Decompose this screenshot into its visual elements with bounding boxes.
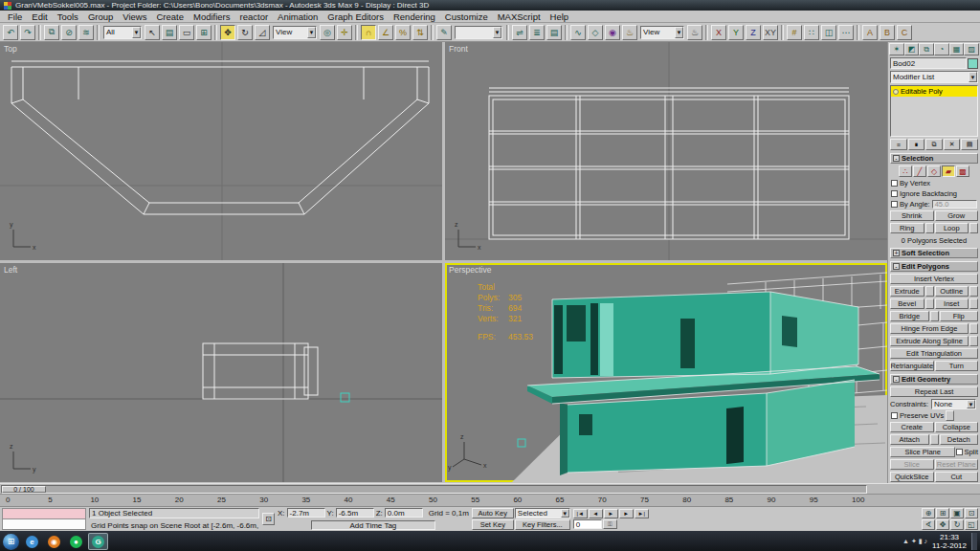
menu-item-tools[interactable]: Tools xyxy=(53,11,83,22)
add-time-tag-button[interactable]: Add Time Tag xyxy=(311,520,435,530)
restrict-to-plane-icon[interactable]: XY xyxy=(763,25,778,40)
array-tool-icon[interactable]: ∷ xyxy=(804,25,819,40)
constraints-dropdown[interactable]: None▼ xyxy=(931,399,976,409)
render-preset-b-icon[interactable]: B xyxy=(880,25,895,40)
menu-item-views[interactable]: Views xyxy=(118,11,151,22)
viewport-top-label[interactable]: Top xyxy=(4,44,17,54)
show-end-result-button[interactable]: ∎ xyxy=(908,139,925,150)
extrude-settings-button[interactable] xyxy=(925,286,934,297)
menu-item-edit[interactable]: Edit xyxy=(27,11,52,22)
tray-volume-icon[interactable]: ♪ xyxy=(924,538,928,544)
render-scene-dialog-icon[interactable]: ♨ xyxy=(622,25,637,40)
slice-plane-button[interactable]: Slice Plane xyxy=(890,447,955,457)
outline-settings-button[interactable] xyxy=(969,286,978,297)
quick-render-icon[interactable]: ♨ xyxy=(687,25,702,40)
command-tab-motion-icon[interactable]: ◔ xyxy=(934,43,949,55)
bridge-button[interactable]: Bridge xyxy=(890,311,929,321)
render-preset-a-icon[interactable]: A xyxy=(862,25,878,40)
taskbar-clock[interactable]: 21:33 11-2-2012 xyxy=(932,533,967,550)
mini-listener-macro-pane[interactable] xyxy=(2,508,86,519)
outline-button[interactable]: Outline xyxy=(935,286,969,297)
undo-icon[interactable]: ↶ xyxy=(3,25,18,40)
redo-icon[interactable]: ↷ xyxy=(20,25,35,40)
selection-lock-toggle[interactable]: ⊡ xyxy=(262,513,275,525)
hinge-from-edge-button[interactable]: Hinge From Edge xyxy=(890,323,969,334)
select-by-name-icon[interactable]: ▤ xyxy=(162,25,177,40)
zoom-extents-icon[interactable]: ▣ xyxy=(950,508,964,518)
by-vertex-checkbox[interactable] xyxy=(891,180,898,187)
snaps-toggle-icon[interactable]: ∩ xyxy=(361,25,376,40)
tray-network-icon[interactable]: ▮ xyxy=(919,538,923,545)
menu-item-animation[interactable]: Animation xyxy=(273,11,323,22)
restrict-to-z-icon[interactable]: Z xyxy=(746,25,761,40)
play-button[interactable]: ► xyxy=(604,509,618,518)
menu-item-create[interactable]: Create xyxy=(151,11,189,22)
y-coordinate-field[interactable]: -6.5m xyxy=(336,508,374,518)
viewport-left[interactable]: yz Left xyxy=(0,263,442,482)
edit-geometry-rollout-header[interactable]: -Edit Geometry xyxy=(890,374,978,385)
angle-snap-toggle-icon[interactable]: ∠ xyxy=(378,25,393,40)
collapse-button[interactable]: Collapse xyxy=(935,422,979,432)
select-object-icon[interactable]: ↖ xyxy=(145,25,160,40)
z-coordinate-field[interactable]: 0.0m xyxy=(385,508,423,518)
detach-button[interactable]: Detach xyxy=(940,434,979,445)
flip-button[interactable]: Flip xyxy=(940,311,979,321)
pin-stack-button[interactable]: ≡ xyxy=(890,139,907,150)
key-filters-button[interactable]: Key Filters... xyxy=(515,519,570,530)
viewport-front-label[interactable]: Front xyxy=(449,44,468,54)
menu-item-group[interactable]: Group xyxy=(83,11,118,22)
mirror-icon[interactable]: ⇌ xyxy=(512,25,527,40)
select-and-link-icon[interactable]: ⧉ xyxy=(44,25,59,40)
modifier-stack[interactable]: Editable Poly xyxy=(890,85,978,137)
cut-button[interactable]: Cut xyxy=(935,472,979,482)
command-tab-modify-icon[interactable]: ◩ xyxy=(904,43,920,55)
set-key-button[interactable]: Set Key xyxy=(472,519,514,530)
menu-item-reactor[interactable]: reactor xyxy=(235,11,274,22)
select-and-move-icon[interactable]: ✥ xyxy=(220,25,235,40)
menu-item-file[interactable]: File xyxy=(3,11,27,22)
create-button[interactable]: Create xyxy=(890,422,934,432)
repeat-last-button[interactable]: Repeat Last xyxy=(890,386,978,397)
snapshot-tool-icon[interactable]: ◫ xyxy=(821,25,836,40)
named-selection-sets-dropdown[interactable]: ▼ xyxy=(455,26,502,39)
start-button[interactable]: ⊞ xyxy=(3,534,19,550)
time-slider-track[interactable]: 0 / 100 xyxy=(1,485,867,494)
vertex-mode-icon[interactable]: ∴ xyxy=(899,165,912,177)
viewport-perspective[interactable]: xyz Perspective Total Polys:305 Tris:694… xyxy=(445,263,887,482)
zoom-all-icon[interactable]: ⊞ xyxy=(936,508,949,518)
attach-button[interactable]: Attach xyxy=(890,434,929,445)
menu-item-maxscript[interactable]: MAXScript xyxy=(493,11,546,22)
previous-frame-button[interactable]: ◄ xyxy=(589,509,603,518)
ignore-backfacing-checkbox[interactable] xyxy=(891,190,898,197)
material-editor-icon[interactable]: ◉ xyxy=(605,25,620,40)
select-and-scale-icon[interactable]: ◿ xyxy=(255,25,270,40)
percent-snap-toggle-icon[interactable]: % xyxy=(395,25,411,40)
modifier-visibility-icon[interactable] xyxy=(893,89,899,95)
selection-rollout-header[interactable]: -Selection xyxy=(890,153,978,164)
turn-button[interactable]: Turn xyxy=(935,361,979,371)
schematic-view-icon[interactable]: ◇ xyxy=(588,25,603,40)
zoom-icon[interactable]: ⊕ xyxy=(922,508,935,518)
object-name-field[interactable]: Bod02 xyxy=(890,57,967,69)
extrude-button[interactable]: Extrude xyxy=(890,286,924,297)
current-frame-field[interactable]: 0 xyxy=(573,519,602,529)
menu-item-rendering[interactable]: Rendering xyxy=(389,11,440,22)
viewport-top[interactable]: xy Top xyxy=(0,42,442,260)
window-crossing-toggle-icon[interactable]: ⊞ xyxy=(196,25,212,40)
shrink-button[interactable]: Shrink xyxy=(890,210,934,221)
unlink-selection-icon[interactable]: ⊘ xyxy=(61,25,77,40)
attach-list-button[interactable] xyxy=(930,434,939,445)
x-coordinate-field[interactable]: -2.7m xyxy=(287,508,325,518)
quickslice-button[interactable]: QuickSlice xyxy=(890,472,934,482)
command-tab-create-icon[interactable]: ✶ xyxy=(889,43,904,55)
select-and-rotate-icon[interactable]: ↻ xyxy=(237,25,253,40)
modifier-stack-selected-item[interactable]: Editable Poly xyxy=(891,86,977,97)
preserve-uvs-settings-button[interactable] xyxy=(946,410,954,421)
ring-spinner[interactable] xyxy=(925,223,934,233)
zoom-extents-all-icon[interactable]: ⊡ xyxy=(965,508,978,518)
selection-filter-dropdown[interactable]: All▼ xyxy=(103,26,142,39)
render-viewport-dropdown[interactable]: View▼ xyxy=(640,26,684,39)
curve-editor-icon[interactable]: ∿ xyxy=(570,25,586,40)
object-color-swatch[interactable] xyxy=(968,58,978,69)
bevel-settings-button[interactable] xyxy=(925,298,934,309)
